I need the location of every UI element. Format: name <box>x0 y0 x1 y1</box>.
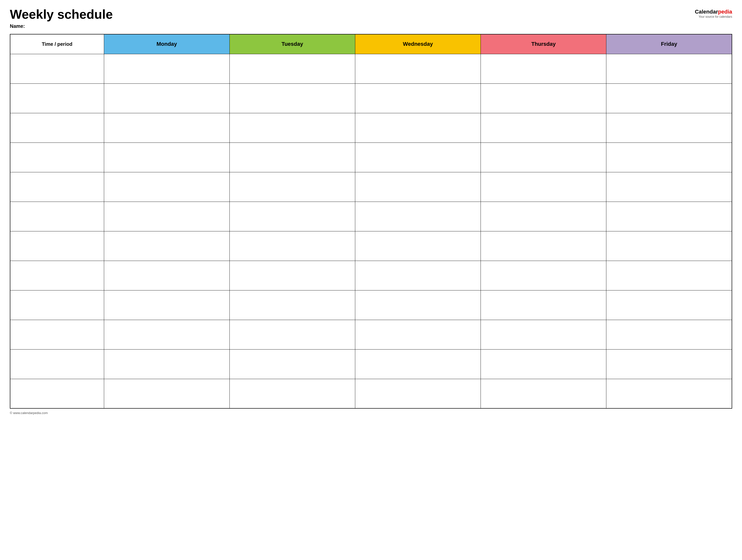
schedule-cell[interactable] <box>606 172 732 202</box>
schedule-cell[interactable] <box>481 349 606 379</box>
schedule-cell[interactable] <box>481 320 606 349</box>
table-row <box>10 261 732 290</box>
logo-text: Calendarpedia <box>695 9 732 15</box>
table-row <box>10 320 732 349</box>
time-cell[interactable] <box>10 202 104 231</box>
schedule-cell[interactable] <box>104 172 229 202</box>
schedule-cell[interactable] <box>229 54 355 83</box>
time-cell[interactable] <box>10 379 104 408</box>
schedule-cell[interactable] <box>104 143 229 172</box>
schedule-cell[interactable] <box>606 54 732 83</box>
header: Weekly schedule Name: Calendarpedia Your… <box>10 7 732 29</box>
logo-area: Calendarpedia Your source for calendars <box>695 9 732 18</box>
schedule-cell[interactable] <box>355 320 481 349</box>
schedule-cell[interactable] <box>481 83 606 113</box>
title-area: Weekly schedule Name: <box>10 7 113 29</box>
schedule-cell[interactable] <box>229 231 355 261</box>
schedule-cell[interactable] <box>481 202 606 231</box>
schedule-cell[interactable] <box>606 379 732 408</box>
schedule-cell[interactable] <box>229 83 355 113</box>
schedule-cell[interactable] <box>606 290 732 320</box>
schedule-cell[interactable] <box>481 261 606 290</box>
schedule-cell[interactable] <box>481 172 606 202</box>
schedule-cell[interactable] <box>104 231 229 261</box>
table-row <box>10 349 732 379</box>
schedule-cell[interactable] <box>355 83 481 113</box>
page-title: Weekly schedule <box>10 7 113 21</box>
schedule-cell[interactable] <box>481 54 606 83</box>
time-cell[interactable] <box>10 83 104 113</box>
time-cell[interactable] <box>10 320 104 349</box>
logo-tagline: Your source for calendars <box>699 15 732 18</box>
schedule-cell[interactable] <box>606 83 732 113</box>
schedule-cell[interactable] <box>104 54 229 83</box>
schedule-cell[interactable] <box>355 143 481 172</box>
schedule-cell[interactable] <box>355 54 481 83</box>
table-row <box>10 113 732 143</box>
col-header-friday: Friday <box>606 34 732 54</box>
schedule-cell[interactable] <box>355 202 481 231</box>
table-row <box>10 202 732 231</box>
schedule-cell[interactable] <box>104 83 229 113</box>
time-cell[interactable] <box>10 143 104 172</box>
table-row <box>10 143 732 172</box>
col-header-time: Time / period <box>10 34 104 54</box>
schedule-cell[interactable] <box>355 231 481 261</box>
schedule-cell[interactable] <box>481 379 606 408</box>
footer-url: © www.calendarpedia.com <box>10 411 48 415</box>
col-header-wednesday: Wednesday <box>355 34 481 54</box>
schedule-cell[interactable] <box>229 113 355 143</box>
schedule-cell[interactable] <box>229 143 355 172</box>
schedule-cell[interactable] <box>606 202 732 231</box>
schedule-cell[interactable] <box>481 231 606 261</box>
schedule-cell[interactable] <box>104 349 229 379</box>
schedule-cell[interactable] <box>606 231 732 261</box>
time-cell[interactable] <box>10 231 104 261</box>
name-label: Name: <box>10 23 113 29</box>
schedule-cell[interactable] <box>104 320 229 349</box>
schedule-cell[interactable] <box>606 349 732 379</box>
schedule-cell[interactable] <box>606 143 732 172</box>
schedule-cell[interactable] <box>104 261 229 290</box>
time-cell[interactable] <box>10 172 104 202</box>
logo-pedia: pedia <box>718 9 732 15</box>
col-header-thursday: Thursday <box>481 34 606 54</box>
schedule-cell[interactable] <box>355 290 481 320</box>
schedule-cell[interactable] <box>104 202 229 231</box>
schedule-cell[interactable] <box>355 261 481 290</box>
schedule-cell[interactable] <box>355 113 481 143</box>
schedule-cell[interactable] <box>104 113 229 143</box>
logo-calendar: Calendar <box>695 9 718 15</box>
table-row <box>10 231 732 261</box>
schedule-cell[interactable] <box>104 290 229 320</box>
table-row <box>10 172 732 202</box>
schedule-cell[interactable] <box>229 349 355 379</box>
time-cell[interactable] <box>10 54 104 83</box>
schedule-cell[interactable] <box>229 172 355 202</box>
schedule-cell[interactable] <box>229 290 355 320</box>
schedule-cell[interactable] <box>481 290 606 320</box>
schedule-cell[interactable] <box>481 143 606 172</box>
schedule-cell[interactable] <box>355 172 481 202</box>
schedule-cell[interactable] <box>606 261 732 290</box>
time-cell[interactable] <box>10 113 104 143</box>
time-cell[interactable] <box>10 261 104 290</box>
schedule-cell[interactable] <box>229 261 355 290</box>
header-row: Time / period Monday Tuesday Wednesday T… <box>10 34 732 54</box>
schedule-cell[interactable] <box>229 320 355 349</box>
schedule-cell[interactable] <box>606 320 732 349</box>
table-row <box>10 290 732 320</box>
schedule-cell[interactable] <box>229 202 355 231</box>
schedule-cell[interactable] <box>104 379 229 408</box>
schedule-cell[interactable] <box>606 113 732 143</box>
time-cell[interactable] <box>10 349 104 379</box>
time-cell[interactable] <box>10 290 104 320</box>
table-row <box>10 379 732 408</box>
schedule-cell[interactable] <box>355 379 481 408</box>
schedule-cell[interactable] <box>481 113 606 143</box>
col-header-tuesday: Tuesday <box>229 34 355 54</box>
schedule-cell[interactable] <box>355 349 481 379</box>
table-row <box>10 83 732 113</box>
schedule-cell[interactable] <box>229 379 355 408</box>
footer: © www.calendarpedia.com <box>10 411 732 415</box>
